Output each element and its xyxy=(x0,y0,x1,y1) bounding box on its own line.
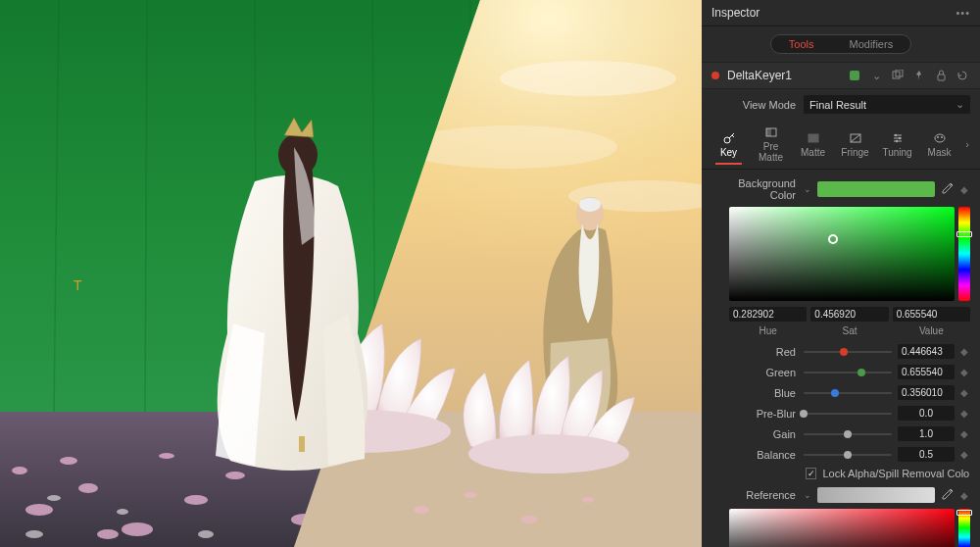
hue-slider[interactable] xyxy=(958,207,970,301)
svg-point-16 xyxy=(25,530,43,538)
red-label: Red xyxy=(711,346,798,358)
svg-point-5 xyxy=(122,522,153,536)
svg-point-19 xyxy=(500,61,676,96)
svg-point-27 xyxy=(582,497,594,503)
viewmode-label: View Mode xyxy=(711,99,798,111)
eyedropper-icon[interactable] xyxy=(941,488,955,503)
keyframe-diamond-icon[interactable]: ◆ xyxy=(960,184,970,195)
gain-label: Gain xyxy=(711,428,798,440)
svg-point-11 xyxy=(159,453,174,459)
value-label: Value xyxy=(893,325,970,336)
bgcolor-label: Background Color xyxy=(711,177,798,201)
svg-point-25 xyxy=(464,492,477,498)
svg-point-13 xyxy=(47,495,61,501)
node-enable-dot[interactable] xyxy=(711,72,719,79)
composite-preview: T xyxy=(0,0,702,547)
node-name[interactable]: DeltaKeyer1 xyxy=(727,69,847,82)
svg-point-4 xyxy=(78,483,98,493)
reference-label: Reference xyxy=(711,489,798,501)
svg-point-8 xyxy=(225,472,245,479)
svg-point-7 xyxy=(60,457,77,465)
svg-point-14 xyxy=(117,509,128,515)
svg-point-46 xyxy=(935,134,945,142)
svg-point-48 xyxy=(941,136,943,138)
panel-menu-icon[interactable]: ••• xyxy=(956,7,970,19)
hue-label: Hue xyxy=(729,325,807,336)
keyframe-diamond-icon[interactable]: ◆ xyxy=(960,428,970,439)
svg-point-3 xyxy=(25,504,53,516)
chevron-down-icon[interactable]: ⌄ xyxy=(868,69,884,82)
color-picker[interactable] xyxy=(729,207,955,301)
inspector-panel: Inspector ••• Tools Modifiers DeltaKeyer… xyxy=(702,0,980,547)
hue-value[interactable]: 0.282902 xyxy=(729,307,807,322)
version-color-icon[interactable] xyxy=(847,69,862,82)
svg-rect-37 xyxy=(938,75,945,80)
green-label: Green xyxy=(711,367,798,378)
balance-slider[interactable] xyxy=(804,449,892,461)
red-slider[interactable] xyxy=(804,346,892,358)
bgcolor-swatch[interactable] xyxy=(817,181,935,197)
viewport[interactable]: T xyxy=(0,0,702,547)
tab-key[interactable]: Key xyxy=(708,125,750,164)
reference-color-picker[interactable] xyxy=(729,509,955,547)
val-value[interactable]: 0.655540 xyxy=(893,307,970,322)
keyframe-diamond-icon[interactable]: ◆ xyxy=(960,449,970,460)
svg-point-12 xyxy=(97,529,119,539)
green-slider[interactable] xyxy=(804,367,892,378)
pin-icon[interactable] xyxy=(911,69,927,82)
keyframe-diamond-icon[interactable]: ◆ xyxy=(960,408,970,419)
inspector-title: Inspector xyxy=(711,6,760,20)
keyframe-diamond-icon[interactable]: ◆ xyxy=(960,346,970,357)
blue-label: Blue xyxy=(711,387,798,399)
reference-hue-slider[interactable] xyxy=(958,509,970,547)
expand-icon[interactable]: ⌄ xyxy=(804,184,811,194)
svg-point-10 xyxy=(12,467,27,474)
sat-value[interactable]: 0.456920 xyxy=(810,307,888,322)
tab-prematte[interactable]: Pre Matte xyxy=(750,120,792,169)
tab-tools[interactable]: Tools xyxy=(771,35,832,53)
svg-point-45 xyxy=(895,139,897,141)
sat-label: Sat xyxy=(810,325,888,336)
viewmode-select[interactable]: Final Result ⌄ xyxy=(804,95,970,114)
tab-mask[interactable]: Mask xyxy=(918,125,960,164)
svg-point-24 xyxy=(414,506,429,514)
lockspill-checkbox[interactable]: ✓ xyxy=(806,468,816,479)
window-icon[interactable] xyxy=(890,69,906,82)
keyframe-diamond-icon[interactable]: ◆ xyxy=(960,387,970,398)
blue-slider[interactable] xyxy=(804,387,892,399)
tab-matte[interactable]: Matte xyxy=(792,125,834,164)
gain-slider[interactable] xyxy=(804,428,892,440)
svg-point-6 xyxy=(184,495,208,505)
preblur-label: Pre-Blur xyxy=(711,408,798,420)
balance-value[interactable]: 0.5 xyxy=(898,447,955,462)
blue-value[interactable]: 0.356010 xyxy=(898,385,955,400)
lock-icon[interactable] xyxy=(933,69,949,82)
node-header[interactable]: DeltaKeyer1 ⌄ xyxy=(702,62,980,89)
inspector-tabs: Tools Modifiers xyxy=(770,34,911,54)
preblur-slider[interactable] xyxy=(804,408,892,420)
chevron-down-icon: ⌄ xyxy=(956,98,964,111)
reset-icon[interactable] xyxy=(955,69,970,82)
tab-fringe[interactable]: Fringe xyxy=(834,125,876,164)
tabs-scroll-right-icon[interactable]: › xyxy=(960,132,974,156)
svg-rect-41 xyxy=(808,134,818,142)
svg-point-44 xyxy=(898,136,900,138)
eyedropper-icon[interactable] xyxy=(941,182,955,197)
keyframe-diamond-icon[interactable]: ◆ xyxy=(960,490,970,501)
green-value[interactable]: 0.655540 xyxy=(898,365,955,379)
svg-point-31 xyxy=(468,434,629,473)
svg-point-47 xyxy=(937,136,939,138)
balance-label: Balance xyxy=(711,449,798,461)
red-value[interactable]: 0.446643 xyxy=(898,344,955,359)
svg-point-15 xyxy=(198,530,214,538)
section-tabs: Key Pre Matte Matte Fringe Tuning Mask › xyxy=(702,120,980,170)
reference-swatch[interactable] xyxy=(817,487,935,503)
keyframe-diamond-icon[interactable]: ◆ xyxy=(960,367,970,377)
gain-value[interactable]: 1.0 xyxy=(898,426,955,441)
expand-icon[interactable]: ⌄ xyxy=(804,490,811,500)
svg-point-26 xyxy=(520,516,538,523)
svg-rect-34 xyxy=(299,436,305,452)
preblur-value[interactable]: 0.0 xyxy=(898,406,955,421)
tab-tuning[interactable]: Tuning xyxy=(876,125,918,164)
tab-modifiers[interactable]: Modifiers xyxy=(832,35,911,53)
